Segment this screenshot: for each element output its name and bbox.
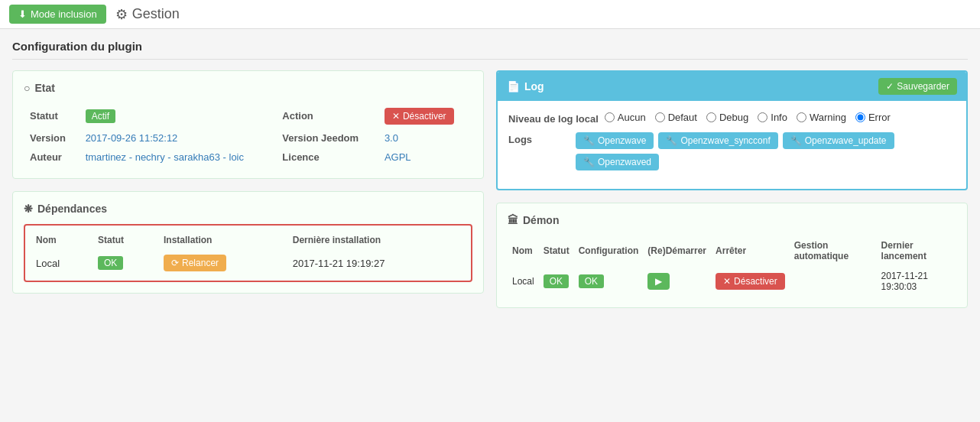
- demon-icon: 🏛: [508, 214, 518, 226]
- wrench-icon-4: 🔧: [583, 157, 595, 167]
- log-buttons-group: 🔧 Openzwave 🔧 Openzwave_syncconf 🔧 Openz…: [576, 132, 956, 170]
- demon-col-lancement: Dernier lancement: [877, 235, 956, 266]
- demon-col-arreter: Arrêter: [711, 235, 790, 266]
- mode-inclusion-label: Mode inclusion: [31, 8, 97, 20]
- dep-icon: ❋: [24, 203, 33, 215]
- demon-title: 🏛 Démon: [508, 214, 956, 226]
- statut-badge: Actif: [86, 109, 115, 123]
- mode-inclusion-button[interactable]: ⬇ Mode inclusion: [9, 5, 106, 24]
- gear-icon: ⚙: [115, 6, 128, 23]
- plugin-config-title: Configuration du plugin: [12, 40, 968, 60]
- auteur-label: Auteur: [24, 148, 80, 167]
- dependances-panel: ❋ Dépendances Nom Statut Installation De…: [12, 191, 484, 294]
- wrench-icon-3: 🔧: [790, 135, 802, 146]
- etat-panel: ○ Etat Statut Actif Action ✕ Désactiv: [12, 70, 484, 179]
- refresh-icon: ⟳: [171, 258, 179, 268]
- logs-label: Logs: [508, 132, 570, 145]
- log-logs-row: Logs 🔧 Openzwave 🔧 Openzwave_syncconf: [508, 132, 956, 170]
- licence-value: AGPL: [378, 148, 472, 167]
- log-niveau-label: Niveau de log local: [508, 112, 599, 125]
- statut-label: Statut: [24, 103, 80, 129]
- relancer-button[interactable]: ⟳ Relancer: [164, 255, 226, 271]
- radio-debug[interactable]: Debug: [706, 112, 748, 123]
- page-title: ⚙ Gestion: [115, 6, 180, 23]
- log-radio-group: Aucun Defaut Debug Info: [605, 112, 891, 123]
- openzwaved-log-button[interactable]: 🔧 Openzwaved: [576, 154, 659, 170]
- dependances-title: ❋ Dépendances: [24, 203, 472, 215]
- openzwave-update-log-button[interactable]: 🔧 Openzwave_update: [783, 132, 894, 149]
- auteur-value: tmartinez - nechry - sarakha63 - loic: [80, 148, 277, 167]
- table-row: Local OK OK ▶: [508, 266, 956, 297]
- wrench-icon-1: 🔧: [583, 135, 595, 146]
- openzwave-log-button[interactable]: 🔧 Openzwave: [576, 132, 654, 149]
- version-value: 2017-09-26 11:52:12: [80, 129, 277, 148]
- action-label: Action: [276, 103, 378, 129]
- demon-statut-badge: OK: [544, 274, 569, 288]
- radio-defaut[interactable]: Defaut: [655, 112, 697, 123]
- dep-table-wrapper: Nom Statut Installation Dernière install…: [24, 224, 472, 282]
- log-panel-header: 📄 Log ✓ Sauvegarder: [498, 72, 966, 101]
- demon-table: Nom Statut Configuration (Re)Démarrer Ar…: [508, 235, 956, 297]
- dep-col-installation: Installation: [157, 230, 287, 250]
- save-button[interactable]: ✓ Sauvegarder: [878, 78, 957, 95]
- licence-label: Licence: [276, 148, 378, 167]
- version-jeedom-value: 3.0: [378, 129, 472, 148]
- dep-col-nom: Nom: [30, 230, 92, 250]
- desactiver-button[interactable]: ✕ Désactiver: [385, 108, 454, 125]
- dep-derniere-installation: 2017-11-21 19:19:27: [287, 250, 466, 276]
- version-jeedom-label: Version Jeedom: [276, 129, 378, 148]
- demon-col-configuration: Configuration: [574, 235, 644, 266]
- demon-demarrer-button[interactable]: ▶: [647, 273, 670, 290]
- demon-col-gestion: Gestion automatique: [790, 235, 877, 266]
- radio-warning[interactable]: Warning: [797, 112, 846, 123]
- demon-nom: Local: [508, 266, 539, 297]
- openzwave-syncconf-log-button[interactable]: 🔧 Openzwave_syncconf: [658, 132, 777, 149]
- log-title: 📄 Log: [507, 80, 544, 93]
- demon-arreter-button[interactable]: ✕ Désactiver: [716, 273, 785, 290]
- etat-title: ○ Etat: [24, 82, 472, 94]
- dep-table: Nom Statut Installation Dernière install…: [30, 230, 466, 276]
- wrench-icon-2: 🔧: [666, 135, 677, 146]
- log-niveau-row: Niveau de log local Aucun Defaut Debug: [508, 112, 956, 125]
- demon-gestion-auto: [790, 266, 877, 297]
- dep-col-derniere: Dernière installation: [287, 230, 466, 250]
- check-icon: ✓: [886, 81, 894, 92]
- demon-panel: 🏛 Démon Nom Statut Configuration (Re)Dém…: [496, 203, 968, 308]
- version-label: Version: [24, 129, 80, 148]
- circle-icon: ○: [24, 82, 30, 94]
- demon-config-badge: OK: [579, 274, 604, 288]
- dep-col-statut: Statut: [92, 230, 157, 250]
- log-panel: 📄 Log ✓ Sauvegarder Niveau de log local: [496, 70, 968, 190]
- radio-error[interactable]: Error: [855, 112, 891, 123]
- dep-statut-badge: OK: [98, 256, 123, 270]
- x-icon: ✕: [392, 111, 400, 122]
- download-icon: ⬇: [18, 8, 27, 20]
- table-row: Local OK ⟳ Relancer: [30, 250, 466, 276]
- demon-dernier-lancement: 2017-11-21 19:30:03: [877, 266, 956, 297]
- demon-col-nom: Nom: [508, 235, 539, 266]
- demon-col-statut: Statut: [539, 235, 574, 266]
- x-icon-2: ✕: [723, 276, 731, 287]
- radio-aucun[interactable]: Aucun: [605, 112, 646, 123]
- dep-nom: Local: [30, 250, 92, 276]
- radio-info[interactable]: Info: [758, 112, 787, 123]
- file-icon: 📄: [507, 80, 520, 93]
- demon-col-demarrer: (Re)Démarrer: [643, 235, 711, 266]
